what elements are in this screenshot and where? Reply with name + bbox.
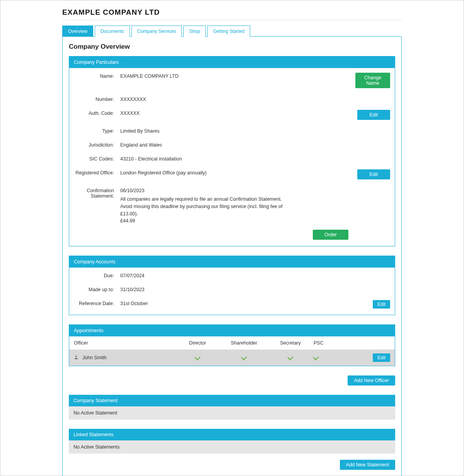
order-button[interactable]: Order [313, 230, 348, 240]
panel-appointments-header: Appointments [69, 325, 395, 336]
col-officer: Officer [74, 340, 174, 346]
value-type: Limited By Shares [120, 128, 355, 134]
linked-statements-body: No Active Statements [69, 440, 395, 454]
page-title: Company Overview [69, 43, 395, 51]
value-confirmation-statement: 06/10/2023 All companies are legally req… [120, 187, 355, 223]
label-madeup: Made up to: [74, 286, 120, 292]
tab-bar: Overview Documents Company Services Shop… [62, 26, 402, 37]
edit-officer-button[interactable]: Edit [373, 353, 390, 362]
panel-company-statement: Company Statement No Active Statement [69, 395, 395, 420]
value-sic: 43210 - Electrical installation [120, 155, 355, 162]
tab-company-services[interactable]: Company Services [131, 26, 182, 37]
value-auth-code: XXXXXX [120, 110, 355, 116]
tab-documents[interactable]: Documents [95, 26, 130, 37]
company-title: EXAMPLE COMPANY LTD [62, 8, 402, 17]
panel-linked-statements: Linked Statements No Active Statements [69, 429, 395, 454]
add-statement-button[interactable]: Add New Statement [340, 460, 395, 470]
check-icon [313, 354, 319, 360]
value-due: 07/07/2024 [120, 272, 355, 278]
company-statement-body: No Active Statement [69, 406, 395, 420]
panel-appointments: Appointments Officer Director Shareholde… [69, 324, 395, 366]
tab-overview[interactable]: Overview [62, 26, 93, 37]
cs-price: £44.99 [120, 218, 351, 223]
tab-getting-started[interactable]: Getting Started [207, 26, 250, 37]
svg-point-0 [75, 355, 77, 357]
cs-date: 06/10/2023 [120, 188, 351, 193]
label-number: Number: [74, 96, 120, 102]
edit-auth-button[interactable]: Edit [357, 110, 390, 120]
value-madeup: 31/10/2023 [120, 286, 355, 292]
edit-registered-office-button[interactable]: Edit [357, 169, 390, 179]
panel-linked-statements-header: Linked Statements [69, 429, 395, 440]
add-officer-button[interactable]: Add New Officer [348, 375, 395, 386]
panel-company-statement-header: Company Statement [69, 395, 395, 406]
panel-particulars: Company Particulars Name: EXAMPLE COMPAN… [69, 56, 395, 246]
content-area: Company Overview Company Particulars Nam… [62, 36, 402, 476]
appointments-table-row: John Smith Edit [69, 350, 395, 366]
value-registered-office: London Registered Office (pay annually) [120, 169, 355, 176]
value-refdate: 31st October [120, 300, 355, 306]
panel-particulars-header: Company Particulars [69, 56, 395, 68]
col-director: Director [174, 340, 221, 346]
label-refdate: Reference Date: [74, 300, 120, 306]
officer-name: John Smith [82, 355, 107, 360]
label-type: Type: [74, 128, 120, 134]
title-divider [62, 20, 402, 20]
change-name-button[interactable]: Change Name [355, 73, 390, 88]
label-confirmation-statement: Confirmation Statement: [74, 187, 120, 199]
label-due: Due: [74, 272, 120, 278]
label-auth-code: Auth. Code: [74, 110, 120, 116]
panel-accounts: Company Accounts Due: 07/07/2024 Made up… [69, 256, 395, 315]
value-name: EXAMPLE COMPANY LTD [120, 73, 355, 79]
person-icon [74, 355, 78, 361]
edit-accounts-button[interactable]: Edit [373, 300, 390, 309]
tab-shop[interactable]: Shop [183, 26, 206, 37]
col-secretary: Secretary [267, 340, 314, 346]
value-number: XXXXXXXX [120, 96, 355, 102]
check-icon [241, 354, 247, 360]
label-name: Name: [74, 73, 120, 79]
label-jurisdiction: Jurisdiction: [74, 142, 120, 148]
cs-note: All companies are legally required to fi… [120, 196, 283, 217]
panel-accounts-header: Company Accounts [69, 256, 395, 268]
label-registered-office: Registered Office: [74, 169, 120, 176]
value-jurisdiction: England and Wales [120, 142, 355, 148]
col-shareholder: Shareholder [221, 340, 267, 346]
check-icon [287, 354, 293, 360]
col-psc: PSC [314, 340, 337, 346]
check-icon [194, 354, 201, 360]
appointments-table-head: Officer Director Shareholder Secretary P… [69, 336, 395, 350]
label-sic: SIC Codes: [74, 155, 120, 162]
